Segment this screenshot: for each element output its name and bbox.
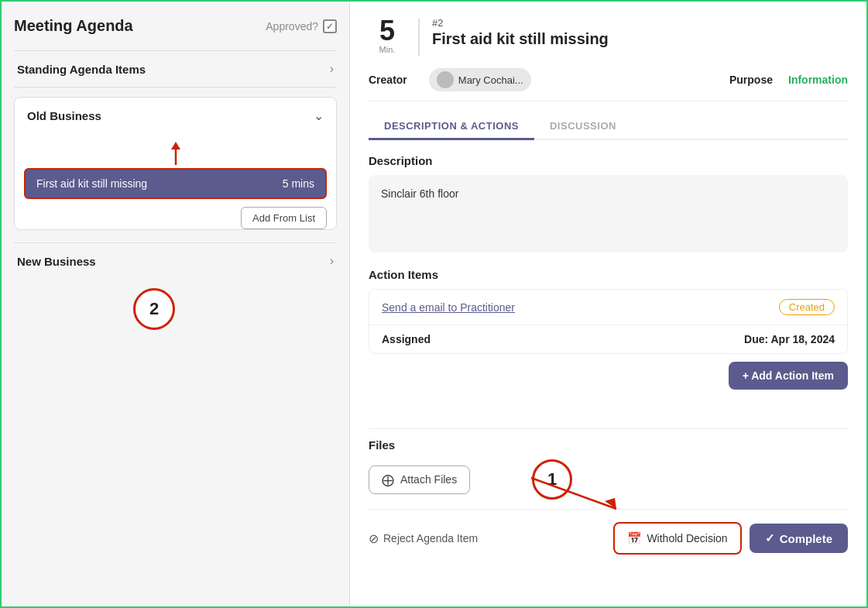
action-items-title: Action Items	[369, 268, 848, 281]
add-action-item-button[interactable]: + Add Action Item	[729, 362, 848, 390]
description-box: Sinclair 6th floor	[369, 175, 848, 252]
complete-label: Complete	[780, 532, 832, 545]
annotation-circle-2: 2	[133, 288, 175, 330]
minutes-label: Min.	[369, 45, 406, 54]
approved-label: Approved?	[266, 20, 318, 33]
minutes-number: 5	[369, 17, 406, 45]
description-text: Sinclair 6th floor	[381, 187, 458, 200]
tabs-row: DESCRIPTION & ACTIONS DISCUSSION	[369, 114, 848, 140]
reject-label: Reject Agenda Item	[383, 532, 478, 544]
svg-marker-1	[171, 142, 180, 149]
tab-description-actions[interactable]: DESCRIPTION & ACTIONS	[369, 114, 534, 140]
tab-discussion[interactable]: DISCUSSION	[534, 114, 632, 140]
agenda-item-time: 5 mins	[283, 177, 314, 190]
attach-files-label: Attach Files	[400, 473, 457, 486]
due-date: Due: Apr 18, 2024	[744, 333, 835, 345]
old-business-header[interactable]: Old Business ⌄	[15, 98, 336, 134]
creator-avatar: Mary Cochai...	[429, 68, 531, 91]
creator-name: Mary Cochai...	[458, 74, 523, 86]
standing-items-chevron-icon: ›	[330, 62, 334, 76]
agenda-item-first-aid[interactable]: First aid kit still missing 5 mins	[24, 168, 327, 199]
new-business-chevron-icon: ›	[330, 254, 334, 268]
red-arrow-up-icon	[166, 142, 185, 167]
attach-files-icon: ⨁	[382, 472, 394, 487]
action-item-link[interactable]: Send a email to Practitioner	[382, 301, 515, 314]
old-business-label: Old Business	[27, 109, 101, 122]
complete-button[interactable]: ✓ Complete	[750, 524, 848, 553]
agenda-name: First aid kit still missing	[432, 30, 848, 48]
purpose-value: Information	[788, 74, 848, 86]
files-section-title: Files	[369, 438, 848, 452]
avatar	[437, 71, 454, 88]
agenda-number: #2	[432, 17, 848, 29]
purpose-label: Purpose	[729, 74, 773, 86]
status-badge: Created	[779, 299, 835, 315]
red-arrow-annotation-icon	[523, 470, 632, 517]
new-business-row[interactable]: New Business ›	[14, 242, 337, 279]
withold-decision-button[interactable]: 📅 Withold Decision	[613, 522, 741, 555]
action-item-card: Send a email to Practitioner Created Ass…	[369, 289, 848, 354]
new-business-label: New Business	[17, 255, 96, 268]
svg-line-2	[531, 478, 616, 509]
old-business-chevron-icon: ⌄	[314, 108, 324, 123]
meeting-agenda-title: Meeting Agenda	[14, 17, 133, 35]
reject-icon: ⊘	[369, 531, 379, 546]
withold-label: Withold Decision	[647, 532, 727, 544]
assigned-label: Assigned	[382, 333, 431, 345]
description-section-title: Description	[369, 154, 848, 167]
withold-icon: 📅	[627, 531, 642, 545]
approved-checkbox[interactable]	[323, 19, 337, 33]
creator-label: Creator	[369, 74, 407, 86]
reject-agenda-item-button[interactable]: ⊘ Reject Agenda Item	[369, 531, 478, 546]
standing-items-label: Standing Agenda Items	[17, 63, 146, 76]
checkmark-icon: ✓	[765, 531, 775, 545]
agenda-item-label: First aid kit still missing	[36, 177, 147, 190]
attach-files-button[interactable]: ⨁ Attach Files	[369, 465, 470, 494]
standing-items-row[interactable]: Standing Agenda Items ›	[14, 50, 337, 88]
old-business-section: Old Business ⌄ First aid kit still missi…	[14, 97, 337, 230]
add-from-list-button[interactable]: Add From List	[241, 207, 327, 229]
right-panel: 5 Min. #2 First aid kit still missing Cr…	[350, 2, 866, 606]
